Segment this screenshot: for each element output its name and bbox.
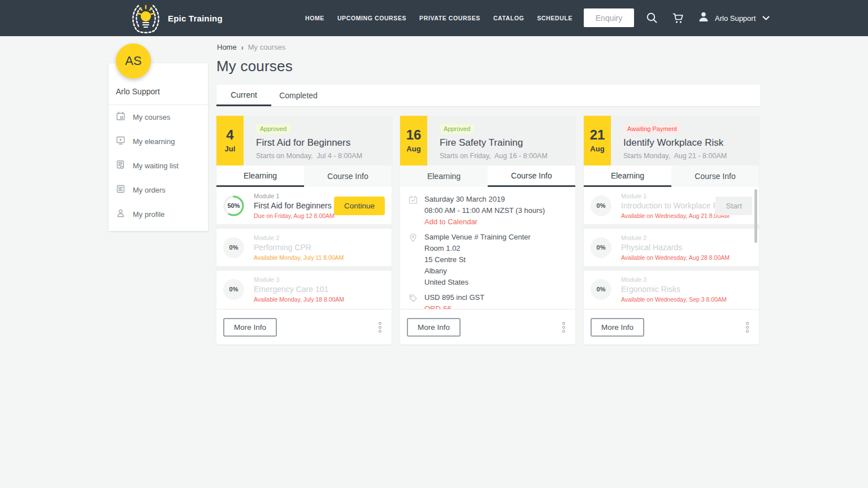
session-date: Saturday 30 March 2019 [424,194,545,205]
module-availability: Available on Wednesday, Aug 28 8.00AM [621,254,730,261]
calendar-icon [116,111,125,123]
session-time: 08:00 AM - 11:00 AM NZST (3 hours) [424,205,545,216]
card-header: 16 Aug Approved Fire Safety Training Sta… [400,116,575,165]
card-footer: More Info [400,309,575,345]
location-pin-icon [409,232,418,288]
user-name: Arlo Support [715,14,756,23]
course-title: Fire Safety Training [440,137,575,149]
sidebar-item-my-profile[interactable]: My profile [108,202,208,226]
card-tabs: Elearning Course Info [400,165,575,187]
chevron-down-icon [762,13,770,23]
module-row: 50% Module 1 First Aid for Beginners Due… [216,187,392,224]
more-info-button[interactable]: More Info [591,318,644,337]
start-button[interactable]: Start [715,197,752,215]
status-badge: Awaiting Payment [623,124,681,134]
sidebar-item-label: My orders [133,186,166,194]
tab-course-info[interactable]: Course Info [488,165,575,187]
venue-city: Albany [424,265,531,277]
top-navbar: Epic Training HOME UPCOMING COURSES PRIV… [0,0,868,36]
module-label: Module 2 [254,234,344,241]
module-label: Module 3 [254,276,344,283]
location-row: Sample Venue # Training Center Room 1.02… [409,232,567,288]
brand-name: Epic Training [168,14,223,23]
course-card-first-aid: 4 Jul Approved First Aid for Beginners S… [216,116,392,345]
tab-elearning[interactable]: Elearning [584,165,671,187]
main-tabs: Current Completed [216,85,760,106]
sidebar-item-my-courses[interactable]: My courses [108,105,208,129]
date-block: 4 Jul [216,116,244,165]
progress-percent: 0% [229,244,238,251]
cart-icon[interactable] [671,11,685,27]
sidebar-item-my-waiting-list[interactable]: My waiting list [108,154,208,178]
module-row: 0% Module 2 Performing CPR Available Mon… [216,229,392,266]
search-icon[interactable] [646,12,658,26]
orders-icon [116,184,125,196]
venue-street: 15 Centre St [424,254,531,265]
more-info-button[interactable]: More Info [223,318,277,337]
nav-link-upcoming-courses[interactable]: UPCOMING COURSES [337,15,406,21]
card-footer: More Info [216,309,392,345]
breadcrumb-home[interactable]: Home [217,43,237,51]
progress-percent: 0% [229,286,238,293]
user-icon [697,10,710,26]
course-card-identify-workplace-risk: 21 Aug Awaiting Payment Identify Workpla… [584,116,759,345]
progress-circle: 50% [223,195,244,216]
progress-percent: 0% [597,202,606,209]
nav-link-schedule[interactable]: SCHEDULE [537,15,572,21]
enquiry-button[interactable]: Enquiry [584,8,634,27]
module-label: Module 3 [621,276,727,283]
sidebar-item-label: My profile [133,210,164,219]
date-day: 16 [406,128,422,142]
course-cards: 4 Jul Approved First Aid for Beginners S… [216,116,759,345]
avatar: AS [116,43,151,79]
card-tabs: Elearning Course Info [584,165,759,187]
tab-current[interactable]: Current [216,85,271,106]
price-text: USD 895 incl GST [424,292,484,303]
sidebar-item-my-orders[interactable]: My orders [108,178,208,202]
course-start-date: Starts Monday, Aug 21 - 8:00AM [623,152,759,160]
date-month: Aug [406,145,420,153]
kebab-menu-icon[interactable] [376,320,384,335]
module-availability: Available on Wednesday, Aug 21 8.00AM [621,212,715,219]
module-row: 0% Module 1 Introduction to Workplace Ri… [584,187,759,224]
nav-link-private-courses[interactable]: PRIVATE COURSES [419,15,480,21]
order-link[interactable]: ORD-56 [424,303,484,309]
elearning-icon [116,136,125,147]
user-menu[interactable]: Arlo Support [697,10,770,26]
add-to-calendar-link[interactable]: Add to Calendar [424,216,545,228]
module-label: Module 1 [254,193,334,199]
divider [216,266,392,271]
module-availability: Available on Wednesday, Sep 3 8.00AM [621,296,727,303]
course-title: First Aid for Beginners [256,137,392,149]
price-tag-icon [409,292,418,309]
brand-logo-icon [128,1,163,37]
date-block: 16 Aug [400,116,427,165]
scrollbar-thumb[interactable] [754,189,757,243]
kebab-menu-icon[interactable] [560,320,567,335]
module-title: First Aid for Beginners [254,201,334,210]
kebab-menu-icon[interactable] [744,320,751,335]
module-label: Module 1 [621,193,715,199]
continue-button[interactable]: Continue [334,197,385,215]
course-title: Identify Workplace Risk [623,137,759,149]
nav-link-home[interactable]: HOME [305,15,324,21]
card-header: 4 Jul Approved First Aid for Beginners S… [216,116,392,165]
tab-course-info[interactable]: Course Info [671,165,759,187]
tab-elearning[interactable]: Elearning [216,165,304,187]
module-title: Performing CPR [254,243,344,252]
progress-circle: 0% [591,195,611,216]
sidebar-item-my-elearning[interactable]: My elearning [108,129,208,154]
module-label: Module 2 [621,234,730,241]
venue-room: Room 1.02 [424,243,531,254]
date-day: 21 [590,128,605,142]
tab-completed[interactable]: Completed [271,85,326,106]
course-start-date: Starts on Friday, Aug 16 - 8:00AM [440,152,575,160]
tab-elearning[interactable]: Elearning [400,165,488,187]
course-start-date: Starts on Monday, Jul 4 - 8:00AM [256,152,392,160]
progress-percent: 0% [597,286,606,293]
course-card-fire-safety: 16 Aug Approved Fire Safety Training Sta… [400,116,575,345]
more-info-button[interactable]: More Info [407,318,461,337]
tab-course-info[interactable]: Course Info [304,165,392,187]
nav-link-catalog[interactable]: CATALOG [493,15,524,21]
venue-name: Sample Venue # Training Center [424,232,531,243]
